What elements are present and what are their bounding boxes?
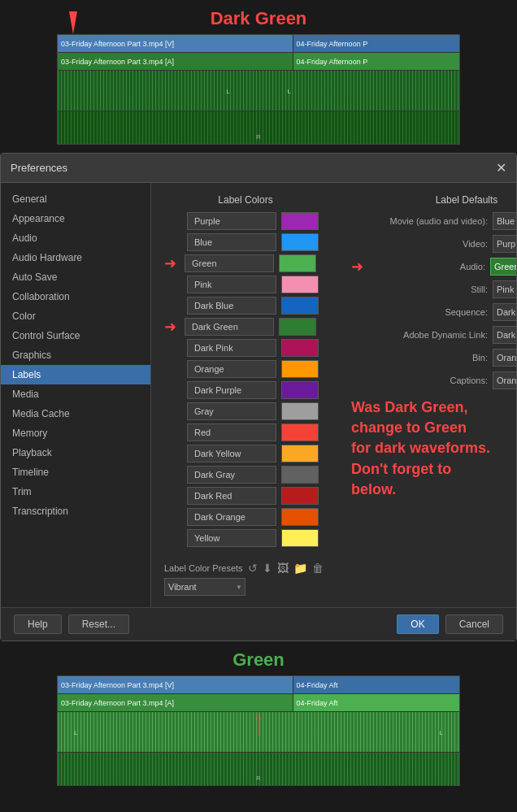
reset-icon[interactable]: ↺ bbox=[248, 562, 258, 575]
image-icon[interactable]: 🖼 bbox=[277, 562, 289, 575]
default-label-0: Movie (audio and video): bbox=[374, 216, 488, 226]
video-track-row: 03-Friday Afternoon Part 3.mp4 [V] 04-Fr… bbox=[58, 35, 459, 53]
color-swatch-dark-purple[interactable] bbox=[281, 381, 319, 399]
annotation-text: Was Dark Green,change to Greenfor dark w… bbox=[351, 397, 516, 500]
label-name-btn-pink[interactable]: Pink bbox=[187, 276, 276, 293]
bottom-timeline-tracks: 03-Friday Afternoon Part 3.mp4 [V] 04-Fr… bbox=[57, 675, 460, 786]
color-swatch-dark-green[interactable] bbox=[279, 318, 316, 336]
default-row-4: Sequence:Dark Green bbox=[351, 303, 516, 321]
bottom-audio-clip-1: 03-Friday Afternoon Part 3.mp4 [A] bbox=[58, 694, 293, 711]
sidebar-item-audio-hardware[interactable]: Audio Hardware bbox=[1, 248, 150, 267]
bottom-video-clip-2: 04-Friday Aft bbox=[293, 676, 459, 693]
color-swatch-red[interactable] bbox=[281, 423, 319, 441]
default-select-wrapper-1: Purple bbox=[493, 235, 516, 253]
bottom-audio-track-row: 03-Friday Afternoon Part 3.mp4 [A] 04-Fr… bbox=[58, 694, 459, 712]
label-name-btn-blue[interactable]: Blue bbox=[187, 233, 276, 251]
label-name-btn-orange[interactable]: Orange bbox=[187, 360, 276, 378]
top-label: Dark Green bbox=[57, 8, 460, 29]
sidebar-item-general[interactable]: General bbox=[1, 189, 150, 209]
label-name-btn-dark-pink[interactable]: Dark Pink bbox=[187, 339, 276, 357]
color-swatch-gray[interactable] bbox=[281, 402, 319, 420]
audio-clip-2: 04-Friday Afternoon P bbox=[293, 53, 459, 70]
presets-label: Label Color Presets bbox=[164, 563, 243, 573]
default-row-0: Movie (audio and video):Blue bbox=[351, 212, 516, 230]
sidebar-item-audio[interactable]: Audio bbox=[1, 228, 150, 248]
trash-icon[interactable]: 🗑 bbox=[312, 562, 324, 575]
label-name-btn-yellow[interactable]: Yellow bbox=[187, 529, 276, 547]
help-button[interactable]: Help bbox=[14, 614, 62, 634]
color-swatch-dark-pink[interactable] bbox=[281, 339, 319, 357]
default-label-6: Bin: bbox=[374, 353, 488, 363]
presets-select[interactable]: Vibrant bbox=[164, 578, 245, 596]
label-name-btn-dark-purple[interactable]: Dark Purple bbox=[187, 381, 276, 399]
sidebar-item-playback[interactable]: Playback bbox=[1, 443, 150, 462]
color-swatch-yellow[interactable] bbox=[281, 529, 319, 547]
sidebar-item-graphics[interactable]: Graphics bbox=[1, 345, 150, 365]
sidebar-item-memory[interactable]: Memory bbox=[1, 423, 150, 443]
default-row-3: Still:Pink bbox=[351, 280, 516, 298]
sidebar-item-color[interactable]: Color bbox=[1, 306, 150, 326]
color-swatch-dark-yellow[interactable] bbox=[281, 445, 319, 462]
sidebar-item-appearance[interactable]: Appearance bbox=[1, 209, 150, 228]
color-swatch-blue[interactable] bbox=[281, 233, 319, 251]
default-select-0[interactable]: Blue bbox=[493, 212, 516, 230]
default-row-7: Captions:Orange bbox=[351, 371, 516, 389]
default-select-5[interactable]: Dark Pink bbox=[493, 326, 516, 344]
label-color-row-6: Dark Pink bbox=[164, 339, 327, 357]
default-row-5: Adobe Dynamic Link:Dark Pink bbox=[351, 326, 516, 344]
dark-green-arrow: ➜ bbox=[164, 318, 176, 336]
ok-button[interactable]: OK bbox=[397, 614, 438, 634]
label-color-row-12: Dark Gray bbox=[164, 466, 327, 484]
close-button[interactable]: ✕ bbox=[496, 160, 506, 176]
sidebar-item-media[interactable]: Media bbox=[1, 384, 150, 404]
label-defaults-header: Label Defaults bbox=[351, 194, 516, 206]
reset-button[interactable]: Reset... bbox=[68, 614, 129, 634]
label-defaults-col: Label Defaults Movie (audio and video):B… bbox=[351, 194, 516, 550]
audio-default-arrow: ➜ bbox=[351, 258, 363, 276]
default-select-wrapper-3: Pink bbox=[493, 280, 516, 298]
color-swatch-orange[interactable] bbox=[281, 360, 319, 378]
default-select-6[interactable]: Orange bbox=[493, 349, 516, 367]
default-select-3[interactable]: Pink bbox=[493, 280, 516, 298]
color-swatch-pink[interactable] bbox=[281, 276, 319, 293]
folder-icon[interactable]: 📁 bbox=[293, 562, 307, 575]
label-name-btn-dark-orange[interactable]: Dark Orange bbox=[187, 508, 276, 526]
preferences-dialog: Preferences ✕ GeneralAppearanceAudioAudi… bbox=[0, 153, 517, 641]
color-swatch-dark-gray[interactable] bbox=[281, 466, 319, 484]
color-swatch-dark-blue[interactable] bbox=[281, 297, 319, 315]
label-name-btn-dark-blue[interactable]: Dark Blue bbox=[187, 297, 276, 315]
bottom-label: Green bbox=[57, 649, 460, 671]
sidebar-item-media-cache[interactable]: Media Cache bbox=[1, 404, 150, 423]
download-icon[interactable]: ⬇ bbox=[263, 562, 272, 575]
sidebar-item-auto-save[interactable]: Auto Save bbox=[1, 267, 150, 287]
default-select-wrapper-2: Green bbox=[490, 258, 516, 276]
default-select-7[interactable]: Orange bbox=[493, 371, 516, 389]
label-name-btn-purple[interactable]: Purple bbox=[187, 212, 276, 230]
color-swatch-dark-orange[interactable] bbox=[281, 508, 319, 526]
color-swatch-dark-red[interactable] bbox=[281, 487, 319, 505]
sidebar-item-transcription[interactable]: Transcription bbox=[1, 502, 150, 521]
label-color-row-13: Dark Red bbox=[164, 487, 327, 505]
label-name-btn-dark-green[interactable]: Dark Green bbox=[185, 318, 274, 336]
bottom-waveform-top: LL bbox=[58, 712, 459, 753]
cancel-button[interactable]: Cancel bbox=[445, 614, 503, 634]
label-name-btn-gray[interactable]: Gray bbox=[187, 402, 276, 420]
label-colors-list: PurpleBlue➜GreenPinkDark Blue➜Dark Green… bbox=[164, 212, 327, 547]
color-swatch-green[interactable] bbox=[279, 254, 316, 272]
label-name-btn-red[interactable]: Red bbox=[187, 423, 276, 441]
default-select-1[interactable]: Purple bbox=[493, 235, 516, 253]
sidebar-item-control-surface[interactable]: Control Surface bbox=[1, 326, 150, 345]
sidebar-item-collaboration[interactable]: Collaboration bbox=[1, 287, 150, 306]
sidebar-item-timeline[interactable]: Timeline bbox=[1, 462, 150, 482]
label-name-btn-green[interactable]: Green bbox=[185, 254, 274, 272]
label-color-row-3: Pink bbox=[164, 276, 327, 293]
sidebar-item-trim[interactable]: Trim bbox=[1, 482, 150, 502]
default-select-4[interactable]: Dark Green bbox=[493, 303, 516, 321]
label-name-btn-dark-yellow[interactable]: Dark Yellow bbox=[187, 445, 276, 462]
default-select-2[interactable]: Green bbox=[490, 258, 516, 276]
sidebar-item-labels[interactable]: Labels bbox=[1, 365, 150, 384]
presets-row: Label Color Presets ↺ ⬇ 🖼 📁 🗑 bbox=[164, 562, 503, 575]
label-name-btn-dark-gray[interactable]: Dark Gray bbox=[187, 466, 276, 484]
label-name-btn-dark-red[interactable]: Dark Red bbox=[187, 487, 276, 505]
color-swatch-purple[interactable] bbox=[281, 212, 319, 230]
